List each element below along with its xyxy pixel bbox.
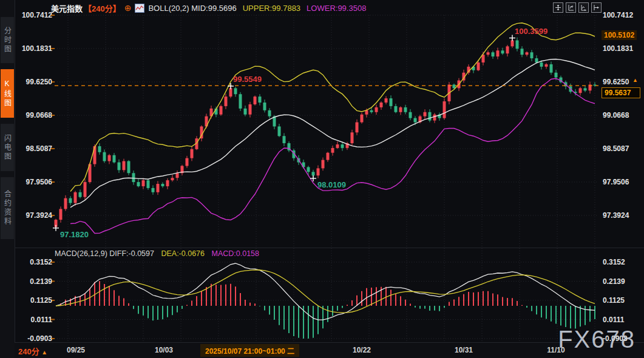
session-high-tag: 100.5102 [602, 30, 637, 40]
period-selector[interactable]: 240分 ▲ [18, 345, 47, 357]
boll-mid-label: BOLL(20,2) MID:99.5696 [148, 4, 236, 13]
chart-thumbnail-icon[interactable] [135, 4, 144, 13]
chart-toolbar [553, 2, 602, 13]
price-annotation: 98.0109 [317, 180, 346, 189]
macd-diff-label: MACD(26,12,9) DIFF:-0.0597 [55, 249, 154, 258]
y-axis-label-left: 97.9506 [16, 178, 52, 186]
sidebar: 分时图K线图闪电图合约资料 [0, 0, 15, 358]
hovered-bar-time: 2025/10/07 21:00~01:00 二 [200, 344, 299, 357]
macd-axis-label-left: 0.2139 [16, 277, 52, 286]
macd-axis-label-left: 0.3152 [16, 258, 52, 266]
symbol-name: 美元指数 [51, 2, 83, 14]
move-crosshair-icon[interactable] [553, 2, 563, 13]
y-axis-label-right: 100.1831 [603, 44, 642, 53]
sidebar-tab-4[interactable]: 合约资料 [1, 177, 14, 239]
x-axis-tick: 10/31 [455, 346, 473, 354]
sidebar-tab-3[interactable]: 闪电图 [1, 124, 14, 171]
macd-axis-label-right: 0.0111 [603, 316, 642, 324]
add-indicator-icon[interactable]: ⊕ [124, 3, 132, 13]
trading-terminal: 97.182099.554998.0109100.3599 分时图K线图闪电图合… [0, 0, 644, 358]
price-annotation: 100.3599 [515, 27, 547, 36]
sidebar-tab-1[interactable]: 分时图 [1, 17, 14, 63]
current-price-box: 99.5637 [602, 87, 640, 98]
period-dropdown-icon: ▲ [41, 349, 47, 356]
macd-axis-label-left: -0.0903 [16, 334, 52, 343]
y-axis-label-right: 100.7412 [603, 11, 642, 19]
macd-dea-label: DEA:-0.0676 [161, 249, 205, 258]
x-axis-tick: 10/22 [353, 346, 371, 354]
period-label: 【240分】 [84, 2, 121, 14]
y-axis-label-left: 100.7412 [16, 11, 52, 19]
y-axis-label-left: 100.1831 [16, 44, 52, 53]
y-axis-label-left: 99.6250 [16, 78, 52, 86]
y-axis-label-right: 98.5087 [603, 144, 642, 153]
boll-lower-label: LOWER:99.3508 [307, 4, 366, 13]
y-axis-label-right: 99.0668 [603, 111, 642, 120]
macd-axis-label-right: 0.1125 [603, 296, 642, 305]
y-axis-label-right: 99.6250 [603, 78, 642, 86]
y-axis-label-right: 97.9506 [603, 178, 642, 186]
macd-axis-label-left: 0.1125 [16, 296, 52, 305]
scale-x-axis-icon[interactable] [578, 2, 589, 13]
price-annotation: 99.5549 [233, 75, 262, 84]
boll-upper-label: UPPER:99.7883 [243, 4, 300, 13]
y-axis-label-left: 99.0668 [16, 111, 52, 120]
y-axis-label-left: 97.3924 [16, 211, 52, 220]
macd-header: MACD(26,12,9) DIFF:-0.0597 DEA:-0.0676 M… [55, 249, 259, 258]
macd-axis-label-right: 0.3152 [603, 258, 642, 266]
macd-axis-label-left: 0.0111 [16, 316, 52, 324]
chart-canvas[interactable]: 97.182099.554998.0109100.3599 [0, 0, 644, 358]
pan-right-icon[interactable] [591, 2, 602, 13]
macd-value-label: MACD:0.0158 [212, 249, 260, 258]
time-axis-bar: 240分 ▲ 2025/10/07 21:00~01:00 二 09/2510/… [15, 342, 644, 358]
scale-y-axis-icon[interactable] [566, 2, 576, 13]
x-axis-tick: 09/25 [67, 346, 85, 354]
x-axis-tick: 10/03 [155, 346, 173, 354]
macd-axis-label-right: 0.2139 [603, 277, 642, 286]
chart-header: 美元指数 【240分】 ⊕ BOLL(20,2) MID:99.5696 UPP… [51, 2, 366, 13]
watermark: FX678 [558, 326, 636, 353]
y-axis-label-right: 97.3924 [603, 211, 642, 220]
period-text: 240分 [18, 347, 39, 356]
y-axis-label-left: 98.5087 [16, 144, 52, 153]
price-annotation: 97.1820 [60, 230, 89, 239]
sidebar-tab-2[interactable]: K线图 [1, 69, 14, 118]
